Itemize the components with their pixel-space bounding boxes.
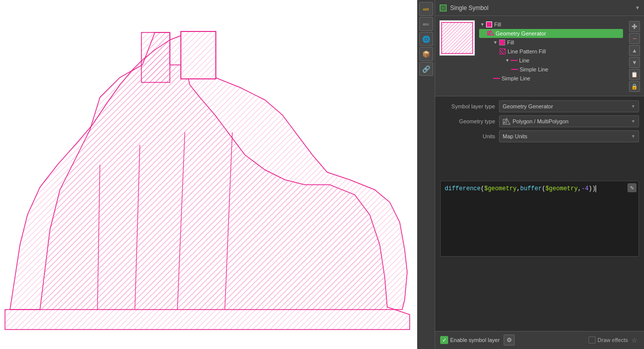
settings-button[interactable]: ⚙ (504, 335, 515, 346)
checkmark-icon: ✓ (440, 336, 448, 344)
tree-item-geogen[interactable]: Geometry Generator (479, 29, 623, 38)
dropdown-arrow-3: ▼ (631, 134, 636, 139)
settings-icon: ⚙ (507, 337, 512, 344)
toolbar-btn-box[interactable]: 📦 (419, 47, 433, 61)
svg-rect-5 (181, 31, 216, 79)
simpleline1-icon (511, 66, 518, 73)
prop-row-geometry-type: Geometry type Polygon / MultiPolygon ▼ (440, 115, 639, 127)
units-value: Map Units (503, 133, 528, 139)
units-dropdown[interactable]: Map Units ▼ (499, 130, 639, 142)
geometry-type-label: Geometry type (440, 118, 495, 124)
tree-item-simpleline1[interactable]: Simple Line (479, 65, 625, 74)
move-down-btn[interactable]: ▼ (629, 57, 640, 68)
tree-arrow-line1: ▼ (505, 58, 510, 63)
tree-arrow-fill2: ▼ (493, 40, 498, 45)
enable-symbol-layer-check[interactable]: ✓ Enable symbol layer (440, 336, 500, 344)
move-up-btn[interactable]: ▲ (629, 45, 640, 56)
symbol-preview (439, 20, 475, 56)
symbol-header: Single Symbol ▼ (435, 0, 644, 16)
duplicate-btn[interactable]: 📋 (629, 69, 640, 80)
draw-effects-area: Draw effects ☆ (589, 336, 639, 345)
star-button[interactable]: ☆ (630, 336, 639, 345)
dropdown-arrow-1: ▼ (631, 104, 636, 109)
tree-arrow-fill: ▼ (480, 22, 485, 27)
tree-label-simpleline2: Simple Line (502, 75, 530, 81)
tree-label-line1: Line (519, 57, 530, 63)
symbol-layer-type-value: Geometry Generator (503, 103, 553, 109)
code-edit-button[interactable]: ✎ (628, 183, 637, 192)
symbol-type-icon (439, 4, 447, 12)
draw-effects-label: Draw effects (598, 337, 628, 343)
remove-layer-btn[interactable]: − (629, 33, 640, 44)
code-num-value: -4 (582, 185, 589, 192)
tree-item-linepattern[interactable]: Line Pattern Fill (479, 47, 625, 56)
tree-label-fill: Fill (494, 21, 501, 27)
code-var-geometry2: $geometry (546, 185, 578, 192)
tree-list: ▼ Fill Geometry Generator (479, 20, 625, 92)
symbol-layer-type-dropdown[interactable]: Geometry Generator ▼ (499, 100, 639, 112)
tree-item-fill[interactable]: ▼ Fill (479, 20, 625, 29)
draw-effects-checkbox[interactable] (589, 337, 596, 344)
left-toolbar: abt abc 🌐 📦 🔗 (417, 0, 435, 349)
fill-icon (486, 21, 493, 28)
panel-content: Single Symbol ▼ (435, 0, 644, 349)
enable-symbol-layer-label: Enable symbol layer (450, 337, 500, 343)
geometry-type-value: Polygon / MultiPolygon (513, 118, 569, 124)
tree-item-line1[interactable]: ▼ Line (479, 56, 625, 65)
tree-label-simpleline1: Simple Line (520, 66, 548, 72)
tree-label-fill2: Fill (507, 39, 514, 45)
tree-actions: ✚ − ▲ ▼ 📋 🔒 (629, 20, 640, 92)
symbol-header-title: Single Symbol (450, 4, 632, 11)
add-layer-btn[interactable]: ✚ (629, 21, 640, 32)
tree-item-fill2[interactable]: ▼ Fill (479, 38, 625, 47)
line1-icon (511, 57, 518, 64)
dropdown-arrow-2: ▼ (631, 119, 636, 124)
prop-row-layer-type: Symbol layer type Geometry Generator ▼ (440, 100, 639, 112)
canvas-area (0, 0, 417, 349)
simpleline2-icon (493, 75, 500, 82)
symbol-layer-type-label: Symbol layer type (440, 103, 495, 109)
svg-rect-13 (442, 22, 473, 53)
symbol-header-dropdown-arrow[interactable]: ▼ (635, 5, 640, 10)
code-editor[interactable]: difference($geometry,buffer($geometry,-4… (440, 181, 639, 256)
geometry-type-dropdown[interactable]: Polygon / MultiPolygon ▼ (499, 115, 639, 127)
linepattern-icon (499, 48, 506, 55)
toolbar-btn-globe[interactable]: 🌐 (419, 32, 433, 46)
code-fn-buffer: buffer (520, 185, 542, 192)
code-var-geometry1: $geometry (484, 185, 517, 192)
tree-label-geogen: Geometry Generator (496, 30, 546, 36)
toolbar-btn-abt[interactable]: abt (419, 2, 433, 16)
geogen-icon (487, 30, 494, 37)
right-panel: abt abc 🌐 📦 🔗 Single Symbol ▼ (417, 0, 644, 349)
fill2-icon (499, 39, 506, 46)
lock-btn[interactable]: 🔒 (629, 81, 640, 92)
code-fn-difference: difference (445, 185, 481, 192)
code-content[interactable]: difference($geometry,buffer($geometry,-4… (441, 181, 639, 196)
tree-area: ▼ Fill Geometry Generator (435, 16, 644, 96)
toolbar-btn-link[interactable]: 🔗 (419, 62, 433, 76)
code-cursor (596, 185, 596, 192)
prop-row-units: Units Map Units ▼ (440, 130, 639, 142)
units-label: Units (440, 133, 495, 139)
svg-rect-11 (441, 6, 445, 10)
code-editor-empty (435, 257, 644, 331)
bottom-bar: ✓ Enable symbol layer ⚙ Draw effects ☆ (435, 331, 644, 349)
properties-area: Symbol layer type Geometry Generator ▼ G… (435, 96, 644, 179)
toolbar-btn-abc[interactable]: abc (419, 17, 433, 31)
edit-icon: ✎ (630, 185, 634, 191)
star-icon: ☆ (632, 337, 638, 344)
tree-item-simpleline2[interactable]: Simple Line (479, 74, 625, 83)
tree-label-linepattern: Line Pattern Fill (508, 48, 546, 54)
